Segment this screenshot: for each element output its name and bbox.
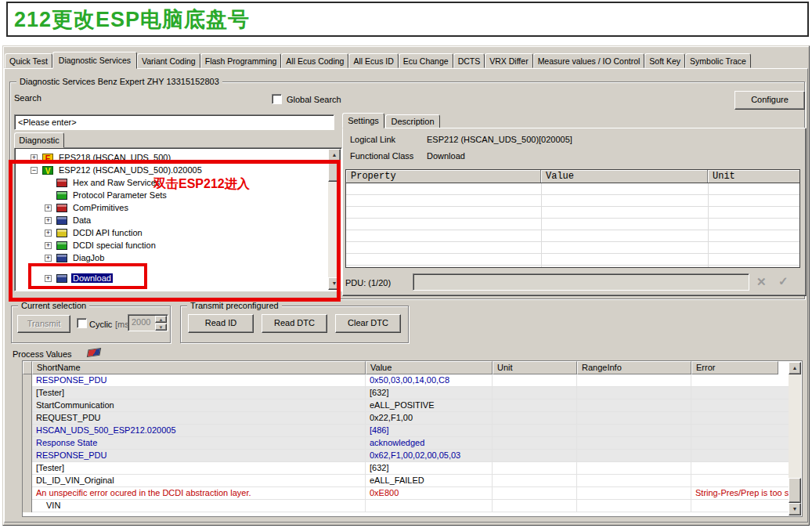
scroll-up-icon[interactable]: ▲ — [328, 149, 341, 161]
scroll-up-icon[interactable]: ▲ — [789, 362, 801, 374]
property-column-header[interactable]: Property — [346, 170, 541, 183]
cell-shortname: DL_ID_VIN_Original — [32, 475, 366, 487]
cell-rangeinfo — [577, 425, 691, 437]
process-column-header[interactable]: ShortName — [32, 361, 366, 374]
expand-toggle-icon[interactable] — [45, 217, 52, 224]
screen: { "title": "212更改ESP电脑底盘号", "main_tabs":… — [0, 0, 812, 528]
main-tab[interactable]: Symbolic Trace — [685, 53, 751, 68]
main-tab[interactable]: Diagnostic Services — [52, 52, 137, 69]
expand-toggle-icon[interactable] — [31, 154, 38, 161]
row-header-gutter — [23, 487, 32, 500]
module-icon — [56, 216, 67, 225]
read-id-button[interactable]: Read ID — [188, 314, 254, 333]
pdu-confirm-icon[interactable]: ✓ — [778, 274, 789, 288]
cell-error — [691, 374, 790, 387]
process-values-scrollbar[interactable]: ▲ ▼ — [789, 362, 801, 515]
tree-item[interactable]: V ESP212 (HSCAN_UDS_500).020005 — [16, 164, 327, 176]
main-tab[interactable]: Variant Coding — [137, 53, 200, 68]
stepper-up-icon[interactable]: ▲ — [155, 316, 167, 323]
cell-rangeinfo — [577, 374, 691, 387]
cell-rangeinfo — [577, 400, 691, 412]
table-row[interactable]: RESPONSE_PDU 0x62,F1,00,02,00,05,03 — [23, 450, 790, 462]
column-divider — [541, 183, 542, 267]
process-column-header[interactable]: Error — [691, 361, 778, 374]
global-search-label: Global Search — [287, 95, 341, 104]
main-tab[interactable]: Quick Test — [5, 53, 52, 68]
table-row[interactable]: DL_ID_VIN_Original eALL_FAILED — [23, 475, 790, 487]
configure-button[interactable]: Configure — [734, 91, 805, 110]
main-tab[interactable]: Soft Key — [644, 53, 685, 68]
expand-toggle-icon[interactable] — [31, 167, 38, 174]
tree-item[interactable]: Download — [16, 272, 327, 284]
scroll-down-icon[interactable]: ▼ — [328, 277, 341, 290]
pdu-input[interactable] — [413, 273, 749, 291]
expand-toggle-icon[interactable] — [45, 242, 52, 249]
expand-toggle-icon[interactable] — [45, 255, 52, 262]
process-column-header[interactable]: Value — [366, 361, 493, 374]
table-row[interactable]: An unspecific error ocured in the DCDI a… — [23, 487, 790, 500]
expand-toggle-icon[interactable] — [45, 230, 52, 237]
process-scroll-thumb[interactable] — [789, 478, 801, 503]
tree-item[interactable]: E EPS218 (HSCAN_UDS_500) — [16, 151, 327, 164]
main-tab[interactable]: VRX Differ — [485, 53, 532, 68]
expand-toggle-icon[interactable] — [45, 288, 52, 290]
main-tab[interactable]: DCTS — [453, 53, 485, 68]
tree-item[interactable]: Function — [16, 284, 327, 289]
global-search-checkbox[interactable] — [272, 94, 282, 104]
table-row[interactable]: RESPONSE_PDU 0x50,03,00,14,00,C8 — [23, 374, 790, 387]
tree-item[interactable]: Data — [16, 214, 327, 226]
cell-shortname: HSCAN_UDS_500_ESP212.020005 — [32, 425, 366, 437]
scroll-down-icon[interactable]: ▼ — [789, 503, 801, 515]
table-row[interactable]: REQUEST_PDU 0x22,F1,00 — [23, 412, 790, 425]
main-tab[interactable]: All Ecus ID — [348, 53, 398, 68]
cyclic-interval-stepper[interactable]: 2000 ▲ ▼ — [128, 314, 168, 331]
cell-unit — [493, 450, 577, 462]
cyclic-label: Cyclic — [89, 320, 112, 329]
stepper-down-icon[interactable]: ▼ — [155, 324, 167, 331]
tab-settings[interactable]: Settings — [342, 113, 384, 128]
module-icon — [56, 229, 67, 237]
tab-description-label: Description — [391, 117, 434, 126]
table-row[interactable]: [Tester] [632] — [23, 462, 790, 475]
tree-scroll-thumb[interactable] — [328, 163, 341, 182]
expand-toggle-icon[interactable] — [45, 204, 52, 212]
process-column-header[interactable]: Unit — [493, 361, 577, 374]
cell-rangeinfo — [577, 487, 691, 500]
cyclic-checkbox[interactable] — [77, 318, 87, 328]
tree-item[interactable]: DCDI special function — [16, 239, 327, 251]
tree-scrollbar[interactable]: ▲ ▼ — [328, 149, 341, 290]
process-values-label: Process Values — [13, 349, 72, 359]
clear-dtc-button[interactable]: Clear DTC — [335, 314, 401, 333]
tree-item[interactable]: ComPrimitives — [16, 201, 327, 214]
property-column-header[interactable]: Unit — [708, 170, 799, 183]
cell-error — [691, 412, 790, 425]
expand-toggle-icon[interactable] — [45, 275, 52, 282]
pdu-cancel-icon[interactable]: ✕ — [756, 275, 767, 289]
main-tab[interactable]: All Ecus Coding — [281, 53, 348, 68]
main-tab[interactable]: Measure values / IO Control — [533, 53, 645, 68]
tree-item[interactable]: DCDI API function — [16, 226, 327, 239]
table-row[interactable]: StartCommunication eALL_POSITIVE — [23, 400, 790, 412]
table-row[interactable]: VIN — [23, 500, 790, 512]
read-dtc-button[interactable]: Read DTC — [262, 314, 327, 333]
tree-item[interactable]: DiagJob — [16, 251, 327, 264]
main-tab[interactable]: Flash Programming — [200, 53, 282, 68]
process-column-header[interactable]: RangeInfo — [577, 361, 691, 374]
main-tab-label: Symbolic Trace — [690, 56, 746, 66]
tab-diagnostic[interactable]: Diagnostic — [14, 132, 64, 148]
table-row[interactable]: Response State acknowledged — [23, 437, 790, 450]
cell-error — [691, 437, 790, 450]
column-divider — [708, 183, 709, 267]
search-input[interactable] — [14, 114, 334, 130]
table-row[interactable]: [Tester] [632] — [23, 387, 790, 400]
property-column-header[interactable]: Value — [541, 170, 708, 183]
cell-value: acknowledged — [366, 437, 493, 450]
row-header-gutter — [23, 387, 32, 400]
main-tab[interactable]: Ecu Change — [399, 53, 453, 68]
table-row[interactable]: HSCAN_UDS_500_ESP212.020005 [486] — [23, 425, 790, 437]
row-header-gutter — [23, 450, 32, 462]
tab-description[interactable]: Description — [385, 114, 440, 128]
cell-shortname: StartCommunication — [32, 400, 366, 412]
transmit-button[interactable]: Transmit — [17, 315, 70, 333]
row-header-gutter — [23, 500, 32, 512]
